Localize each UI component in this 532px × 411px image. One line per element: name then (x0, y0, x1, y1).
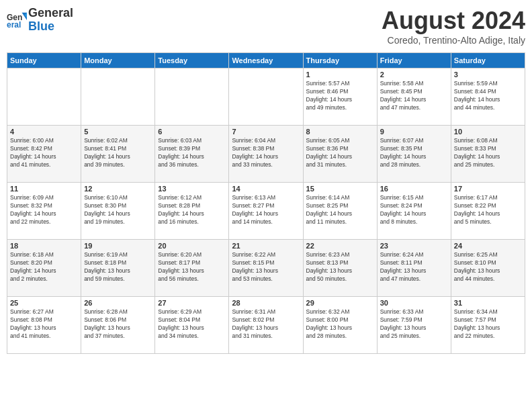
day-number: 20 (158, 242, 226, 250)
calendar-cell: 18Sunrise: 6:18 AM Sunset: 8:20 PM Dayli… (7, 240, 81, 297)
calendar-week-3: 11Sunrise: 6:09 AM Sunset: 8:32 PM Dayli… (7, 183, 525, 240)
calendar-cell: 17Sunrise: 6:17 AM Sunset: 8:22 PM Dayli… (451, 183, 525, 240)
weekday-header-saturday: Saturday (451, 53, 525, 68)
day-number: 19 (84, 242, 152, 250)
day-info: Sunrise: 6:13 AM Sunset: 8:27 PM Dayligh… (232, 194, 300, 226)
day-info: Sunrise: 6:14 AM Sunset: 8:25 PM Dayligh… (306, 194, 374, 226)
calendar-cell: 16Sunrise: 6:15 AM Sunset: 8:24 PM Dayli… (377, 183, 451, 240)
day-number: 10 (454, 128, 522, 136)
calendar-cell: 8Sunrise: 6:05 AM Sunset: 8:36 PM Daylig… (303, 126, 377, 183)
day-number: 11 (10, 185, 78, 193)
logo-icon: Gen eral (7, 10, 27, 30)
day-number: 24 (454, 242, 522, 250)
day-number: 6 (158, 128, 226, 136)
day-number: 3 (454, 71, 522, 79)
calendar-week-5: 25Sunrise: 6:27 AM Sunset: 8:08 PM Dayli… (7, 297, 525, 354)
day-info: Sunrise: 6:34 AM Sunset: 7:57 PM Dayligh… (454, 308, 522, 340)
day-number: 25 (10, 299, 78, 307)
day-info: Sunrise: 6:25 AM Sunset: 8:10 PM Dayligh… (454, 251, 522, 283)
svg-text:eral: eral (7, 20, 21, 30)
calendar-cell: 1Sunrise: 5:57 AM Sunset: 8:46 PM Daylig… (303, 68, 377, 126)
calendar-cell: 11Sunrise: 6:09 AM Sunset: 8:32 PM Dayli… (7, 183, 81, 240)
calendar-cell: 9Sunrise: 6:07 AM Sunset: 8:35 PM Daylig… (377, 126, 451, 183)
weekday-header-thursday: Thursday (303, 53, 377, 68)
day-info: Sunrise: 6:19 AM Sunset: 8:18 PM Dayligh… (84, 251, 152, 283)
day-info: Sunrise: 6:18 AM Sunset: 8:20 PM Dayligh… (10, 251, 78, 283)
day-number: 14 (232, 185, 300, 193)
calendar-cell: 13Sunrise: 6:12 AM Sunset: 8:28 PM Dayli… (155, 183, 229, 240)
calendar-cell (81, 68, 155, 126)
day-number: 16 (380, 185, 448, 193)
calendar-cell: 24Sunrise: 6:25 AM Sunset: 8:10 PM Dayli… (451, 240, 525, 297)
calendar-cell: 23Sunrise: 6:24 AM Sunset: 8:11 PM Dayli… (377, 240, 451, 297)
day-number: 31 (454, 299, 522, 307)
day-info: Sunrise: 6:28 AM Sunset: 8:06 PM Dayligh… (84, 308, 152, 340)
calendar-cell: 19Sunrise: 6:19 AM Sunset: 8:18 PM Dayli… (81, 240, 155, 297)
calendar-week-1: 1Sunrise: 5:57 AM Sunset: 8:46 PM Daylig… (7, 68, 525, 126)
day-info: Sunrise: 6:32 AM Sunset: 8:00 PM Dayligh… (306, 308, 374, 340)
day-number: 13 (158, 185, 226, 193)
day-number: 15 (306, 185, 374, 193)
calendar-cell: 3Sunrise: 5:59 AM Sunset: 8:44 PM Daylig… (451, 68, 525, 126)
calendar-cell: 22Sunrise: 6:23 AM Sunset: 8:13 PM Dayli… (303, 240, 377, 297)
day-number: 27 (158, 299, 226, 307)
day-number: 8 (306, 128, 374, 136)
day-info: Sunrise: 6:00 AM Sunset: 8:42 PM Dayligh… (10, 137, 78, 169)
day-number: 2 (380, 71, 448, 79)
day-number: 18 (10, 242, 78, 250)
day-info: Sunrise: 6:22 AM Sunset: 8:15 PM Dayligh… (232, 251, 300, 283)
calendar-cell (229, 68, 303, 126)
calendar-cell: 28Sunrise: 6:31 AM Sunset: 8:02 PM Dayli… (229, 297, 303, 354)
day-info: Sunrise: 6:27 AM Sunset: 8:08 PM Dayligh… (10, 308, 78, 340)
day-info: Sunrise: 6:20 AM Sunset: 8:17 PM Dayligh… (158, 251, 226, 283)
calendar-week-4: 18Sunrise: 6:18 AM Sunset: 8:20 PM Dayli… (7, 240, 525, 297)
calendar-cell: 31Sunrise: 6:34 AM Sunset: 7:57 PM Dayli… (451, 297, 525, 354)
day-info: Sunrise: 6:08 AM Sunset: 8:33 PM Dayligh… (454, 137, 522, 169)
day-number: 1 (306, 71, 374, 79)
calendar-cell (7, 68, 81, 126)
calendar-cell: 21Sunrise: 6:22 AM Sunset: 8:15 PM Dayli… (229, 240, 303, 297)
calendar-week-2: 4Sunrise: 6:00 AM Sunset: 8:42 PM Daylig… (7, 126, 525, 183)
day-info: Sunrise: 6:09 AM Sunset: 8:32 PM Dayligh… (10, 194, 78, 226)
calendar-cell: 15Sunrise: 6:14 AM Sunset: 8:25 PM Dayli… (303, 183, 377, 240)
calendar-cell: 12Sunrise: 6:10 AM Sunset: 8:30 PM Dayli… (81, 183, 155, 240)
logo-text: General Blue (28, 7, 73, 34)
calendar-table: SundayMondayTuesdayWednesdayThursdayFrid… (7, 52, 525, 354)
calendar-cell: 6Sunrise: 6:03 AM Sunset: 8:39 PM Daylig… (155, 126, 229, 183)
day-number: 4 (10, 128, 78, 136)
day-info: Sunrise: 6:04 AM Sunset: 8:38 PM Dayligh… (232, 137, 300, 169)
day-info: Sunrise: 6:03 AM Sunset: 8:39 PM Dayligh… (158, 137, 226, 169)
month-year-title: August 2024 (382, 7, 525, 35)
location-subtitle: Coredo, Trentino-Alto Adige, Italy (382, 35, 525, 46)
calendar-cell: 27Sunrise: 6:29 AM Sunset: 8:04 PM Dayli… (155, 297, 229, 354)
day-info: Sunrise: 5:57 AM Sunset: 8:46 PM Dayligh… (306, 80, 374, 112)
weekday-header-row: SundayMondayTuesdayWednesdayThursdayFrid… (7, 53, 525, 68)
logo: Gen eral General Blue (7, 7, 73, 34)
calendar-cell (155, 68, 229, 126)
weekday-header-monday: Monday (81, 53, 155, 68)
day-number: 29 (306, 299, 374, 307)
calendar-cell: 5Sunrise: 6:02 AM Sunset: 8:41 PM Daylig… (81, 126, 155, 183)
calendar-cell: 29Sunrise: 6:32 AM Sunset: 8:00 PM Dayli… (303, 297, 377, 354)
day-number: 22 (306, 242, 374, 250)
day-number: 26 (84, 299, 152, 307)
weekday-header-tuesday: Tuesday (155, 53, 229, 68)
day-number: 12 (84, 185, 152, 193)
day-number: 17 (454, 185, 522, 193)
calendar-cell: 30Sunrise: 6:33 AM Sunset: 7:59 PM Dayli… (377, 297, 451, 354)
day-info: Sunrise: 6:24 AM Sunset: 8:11 PM Dayligh… (380, 251, 448, 283)
calendar-cell: 2Sunrise: 5:58 AM Sunset: 8:45 PM Daylig… (377, 68, 451, 126)
day-info: Sunrise: 6:17 AM Sunset: 8:22 PM Dayligh… (454, 194, 522, 226)
calendar-cell: 7Sunrise: 6:04 AM Sunset: 8:38 PM Daylig… (229, 126, 303, 183)
weekday-header-wednesday: Wednesday (229, 53, 303, 68)
day-info: Sunrise: 6:31 AM Sunset: 8:02 PM Dayligh… (232, 308, 300, 340)
day-number: 9 (380, 128, 448, 136)
calendar-cell: 26Sunrise: 6:28 AM Sunset: 8:06 PM Dayli… (81, 297, 155, 354)
weekday-header-sunday: Sunday (7, 53, 81, 68)
calendar-cell: 25Sunrise: 6:27 AM Sunset: 8:08 PM Dayli… (7, 297, 81, 354)
day-info: Sunrise: 5:58 AM Sunset: 8:45 PM Dayligh… (380, 80, 448, 112)
day-info: Sunrise: 6:05 AM Sunset: 8:36 PM Dayligh… (306, 137, 374, 169)
day-info: Sunrise: 6:23 AM Sunset: 8:13 PM Dayligh… (306, 251, 374, 283)
day-number: 7 (232, 128, 300, 136)
title-block: August 2024 Coredo, Trentino-Alto Adige,… (382, 7, 525, 46)
